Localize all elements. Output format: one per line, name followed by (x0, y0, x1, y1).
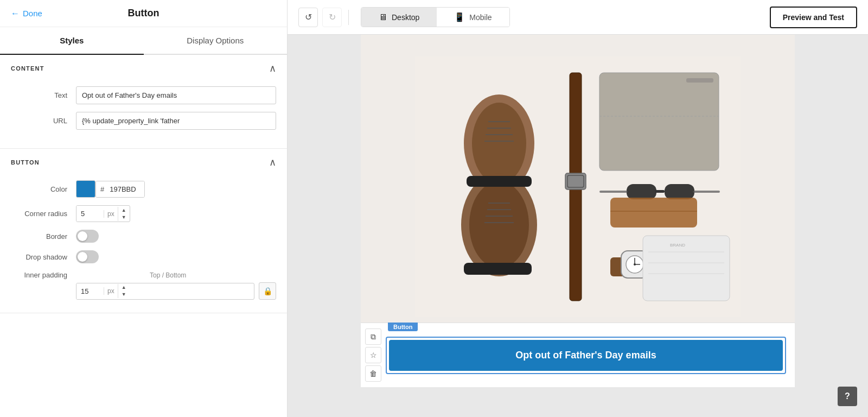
panel-content: CONTENT ∧ Text URL BUTTON ∧ (0, 55, 287, 417)
button-section-header: BUTTON ∧ (0, 149, 287, 176)
back-arrow-icon: ← (11, 9, 20, 18)
inner-padding-down[interactable]: ▼ (118, 291, 130, 298)
svg-rect-21 (686, 78, 713, 83)
corner-radius-row: Corner radius px ▲ ▼ (11, 205, 276, 222)
button-section-collapse[interactable]: ∧ (269, 156, 276, 168)
tab-display-options[interactable]: Display Options (144, 27, 288, 54)
svg-point-4 (469, 181, 529, 268)
drop-shadow-row: Drop shadow (11, 250, 276, 263)
help-icon: ? (845, 391, 850, 401)
inner-padding-label-row: Inner padding Top / Bottom (11, 271, 276, 279)
text-input[interactable] (76, 86, 276, 104)
button-section-body: Color # Corner radius px (0, 176, 287, 313)
right-panel: ↺ ↻ 🖥 Desktop 📱 Mobile Preview and Test (288, 0, 868, 417)
mobile-button[interactable]: 📱 Mobile (437, 8, 509, 27)
svg-point-35 (634, 263, 636, 266)
color-swatch[interactable] (76, 180, 95, 198)
svg-point-2 (472, 103, 526, 184)
inner-padding-sublabel: Top / Bottom (150, 271, 186, 279)
drop-shadow-toggle-slider (76, 250, 99, 263)
side-tools: ⧉ ☆ 🗑 (365, 328, 381, 382)
star-tool-button[interactable]: ☆ (365, 347, 381, 363)
email-cta-button[interactable]: Opt out of Father's Day emails (389, 340, 783, 371)
undo-button[interactable]: ↺ (298, 8, 318, 27)
desktop-icon: 🖥 (379, 12, 387, 22)
desktop-label: Desktop (392, 13, 419, 22)
svg-rect-23 (627, 184, 656, 199)
content-section-title: CONTENT (11, 65, 44, 72)
mobile-label: Mobile (469, 13, 492, 22)
copy-icon: ⧉ (371, 332, 376, 342)
content-section: CONTENT ∧ Text URL (0, 55, 287, 149)
flatlay-image: BRAND (415, 56, 741, 317)
left-panel: ← Done Button Styles Display Options CON… (0, 0, 288, 417)
done-button[interactable]: ← Done (11, 9, 42, 18)
button-section-title: BUTTON (11, 159, 40, 166)
drop-shadow-toggle[interactable] (76, 250, 99, 263)
preview-test-button[interactable]: Preview and Test (770, 7, 857, 28)
redo-icon: ↻ (329, 12, 336, 22)
inner-padding-unit: px (104, 287, 118, 295)
toolbar-separator (348, 10, 349, 25)
corner-radius-label: Corner radius (11, 210, 76, 218)
color-row: Color # (11, 180, 276, 198)
redo-button[interactable]: ↻ (322, 8, 342, 27)
undo-icon: ↺ (305, 12, 312, 22)
svg-rect-24 (665, 184, 694, 199)
corner-radius-input[interactable] (76, 206, 104, 222)
inner-padding-up[interactable]: ▲ (118, 284, 130, 291)
done-label: Done (23, 9, 42, 18)
url-field-row: URL (11, 112, 276, 130)
delete-tool-button[interactable]: 🗑 (365, 365, 381, 382)
radius-wrapper: px ▲ ▼ (76, 205, 130, 222)
svg-rect-26 (599, 191, 628, 193)
color-input-wrapper: # (95, 181, 145, 198)
svg-rect-13 (467, 176, 532, 187)
svg-rect-14 (464, 263, 532, 275)
svg-rect-27 (693, 191, 720, 193)
border-toggle[interactable] (76, 230, 99, 243)
inner-padding-group: Inner padding Top / Bottom px ▲ ▼ (11, 271, 276, 300)
svg-rect-28 (610, 198, 697, 228)
padding-input-wrapper: px ▲ ▼ (76, 283, 254, 300)
product-image-area: BRAND (361, 35, 795, 323)
panel-title: Button (128, 8, 159, 19)
border-toggle-slider (76, 230, 99, 243)
inner-padding-input[interactable] (76, 283, 104, 299)
corner-radius-up[interactable]: ▲ (118, 207, 130, 214)
padding-lock-button[interactable]: 🔒 (259, 282, 276, 300)
corner-radius-spinners: ▲ ▼ (118, 207, 130, 221)
button-row: ⧉ ☆ 🗑 Opt out of Father's Day emails (361, 323, 795, 387)
device-toggle: 🖥 Desktop 📱 Mobile (361, 7, 510, 27)
panel-tabs: Styles Display Options (0, 27, 287, 55)
email-button-wrapper: Opt out of Father's Day emails (386, 337, 786, 374)
url-input[interactable] (76, 112, 276, 130)
panel-header: ← Done Button (0, 0, 287, 27)
copy-tool-button[interactable]: ⧉ (365, 328, 381, 345)
desktop-button[interactable]: 🖥 Desktop (361, 8, 437, 27)
star-icon: ☆ (370, 351, 377, 359)
toolbar: ↺ ↻ 🖥 Desktop 📱 Mobile Preview and Test (288, 0, 868, 35)
text-field-row: Text (11, 86, 276, 104)
content-section-collapse[interactable]: ∧ (269, 62, 276, 74)
svg-rect-36 (643, 236, 730, 301)
inner-padding-row: px ▲ ▼ 🔒 (11, 282, 276, 300)
tab-styles[interactable]: Styles (0, 27, 144, 54)
trash-icon: 🗑 (369, 369, 377, 378)
color-label: Color (11, 185, 76, 193)
border-row: Border (11, 230, 276, 243)
inner-padding-label: Inner padding (11, 271, 76, 279)
email-button-section: Button ⧉ ☆ 🗑 (361, 323, 795, 387)
corner-radius-down[interactable]: ▼ (118, 214, 130, 221)
content-section-body: Text URL (0, 82, 287, 148)
button-tag-label: Button (388, 323, 418, 331)
url-label: URL (11, 117, 76, 125)
drop-shadow-label: Drop shadow (11, 253, 76, 261)
border-label: Border (11, 232, 76, 241)
corner-radius-unit: px (104, 210, 118, 218)
color-value-input[interactable] (106, 181, 144, 197)
content-section-header: CONTENT ∧ (0, 55, 287, 82)
help-button[interactable]: ? (838, 387, 857, 406)
svg-text:BRAND: BRAND (670, 243, 685, 248)
inner-padding-spinners: ▲ ▼ (118, 284, 130, 298)
